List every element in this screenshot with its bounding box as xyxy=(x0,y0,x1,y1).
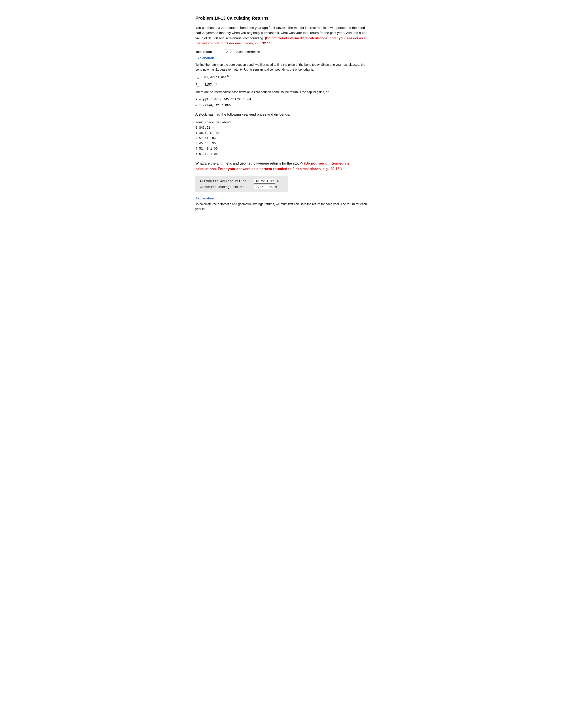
formula-r2: R = .0795, or 7.95% xyxy=(195,102,368,108)
stock-table: Year Price Dividend 0 $43.51 - 1 48.49 $… xyxy=(195,120,368,157)
explanation-link-1[interactable]: Explanation xyxy=(195,56,368,62)
formula-r1: R = ($157.44 − 145.84)/$145.84 xyxy=(195,97,368,102)
stock-row-5: 5 61.49 1.08 xyxy=(195,152,368,157)
total-return-row: Total return 2.98 2.98 Incorrect % xyxy=(195,49,368,54)
explanation-body-1: To find the return on the zero coupon bo… xyxy=(195,62,368,72)
stock-table-header: Year Price Dividend xyxy=(195,120,368,125)
explanation-body-2: There are no intermediate cash flows on … xyxy=(195,90,368,95)
top-divider xyxy=(195,9,368,9)
arithmetic-input[interactable]: 10.22 ± 1% xyxy=(254,179,275,184)
arithmetic-row: Arithmetic average return 10.22 ± 1% % xyxy=(200,179,284,184)
total-return-input[interactable]: 2.98 xyxy=(224,49,234,54)
problem-title: Problem 10-13 Calculating Returns xyxy=(195,16,368,21)
stock-row-2: 2 57.41 .84 xyxy=(195,136,368,141)
answer-table: Arithmetic average return 10.22 ± 1% % G… xyxy=(195,176,288,192)
stock-row-4: 4 52.41 1.00 xyxy=(195,146,368,152)
explanation-label-2[interactable]: Explanation xyxy=(195,196,214,200)
geometric-row: Geometric average return 9.07 ± 1% % xyxy=(200,185,284,189)
explanation-body-3: To calculate the arithmetic and geometri… xyxy=(195,202,368,211)
stock-row-3: 3 45.49 .95 xyxy=(195,141,368,146)
explanation-label-1[interactable]: Explanation xyxy=(195,56,214,60)
geometric-suffix: % xyxy=(275,185,277,189)
geometric-label: Geometric average return xyxy=(200,185,253,189)
stock-row-0: 0 $43.51 - xyxy=(195,125,368,131)
arithmetic-suffix: % xyxy=(276,180,278,183)
problem-text-1: You purchased a zero coupon bond one yea… xyxy=(195,25,368,46)
explanation-link-2[interactable]: Explanation xyxy=(195,196,368,202)
total-return-label: Total return xyxy=(195,50,222,54)
stock-section-text: A stock has had the following year-end p… xyxy=(195,112,368,117)
arithmetic-label: Arithmetic average return xyxy=(200,180,253,183)
formula-p1a: P1 = $1,000/1.04542 xyxy=(195,74,368,80)
geometric-input[interactable]: 9.07 ± 1% xyxy=(254,185,274,189)
formula-p1b: P1 = $157.44 xyxy=(195,82,368,88)
total-return-suffix: 2.98 Incorrect % xyxy=(236,50,260,54)
stock-row-1: 1 48.49 $ .81 xyxy=(195,131,368,136)
second-question: What are the arithmetic and geometric av… xyxy=(195,161,368,172)
